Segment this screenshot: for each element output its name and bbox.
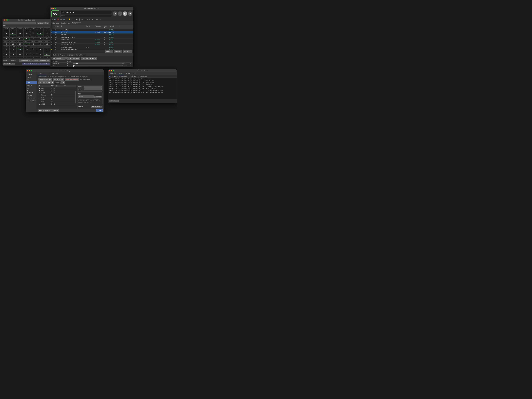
ld-cell[interactable]: 11 (44, 56, 51, 58)
ld-cell[interactable]: 60 (44, 59, 51, 59)
ld-cell[interactable]: (mixed) (3, 27, 10, 30)
new-cart-button[interactable]: New Cart (114, 50, 122, 53)
table-row[interactable]: 💡 30 "stand and unfold yourself" 00:12.0… (50, 48, 133, 50)
ld-cell[interactable]: side SLR... (17, 40, 23, 43)
ld-cell[interactable]: side SRR... (17, 46, 23, 48)
done-button[interactable]: Done (96, 109, 103, 112)
ld-cell[interactable]: 15 (17, 43, 23, 45)
cue-icon[interactable]: ⏭ (72, 18, 74, 21)
play-button[interactable]: ▶ (123, 12, 127, 16)
net-icon[interactable]: ⊗ (91, 18, 93, 21)
level-slider[interactable] (73, 65, 122, 66)
ld-cell[interactable]: (mixed) (23, 27, 30, 30)
ld-cell[interactable]: all.Green (23, 30, 30, 32)
ld-cell[interactable]: f warm (3, 35, 10, 37)
ld-cell[interactable]: side SR.A... (23, 46, 30, 48)
rewind-button[interactable]: ⏮ (113, 12, 117, 16)
ld-cell[interactable]: bx.Green (10, 51, 16, 53)
add-command-button[interactable]: Add Command... ▾ (51, 57, 66, 60)
ld-cell[interactable]: all.White (44, 30, 51, 32)
sidebar-item-general[interactable]: General (26, 73, 37, 76)
ld-cell[interactable]: side SLA... (37, 40, 44, 43)
ld-cell[interactable]: 18 (17, 53, 23, 56)
ld-cell[interactable]: 18 (44, 48, 51, 51)
copy-icon[interactable]: ⎘ (51, 18, 53, 21)
sidebar-item-midi[interactable]: MIDI (26, 87, 37, 89)
cavier-list-button[interactable]: Cavier List (123, 50, 132, 53)
instrument-row[interactable]: Red 66 (38, 96, 76, 99)
ld-cell[interactable]: 1 (23, 51, 30, 53)
video-icon[interactable]: 📹 (63, 18, 65, 21)
maximize-button[interactable] (113, 70, 114, 71)
ld-cell[interactable]: 35 (3, 43, 10, 45)
go-button[interactable]: GO (51, 10, 59, 17)
tab-logs[interactable]: Logs (117, 72, 124, 75)
sidebar-item-light[interactable]: Light (26, 81, 37, 84)
ld-cell[interactable]: sides.Blue (37, 35, 44, 37)
reset-button[interactable]: Reset Visible Settings to Defaults (38, 109, 59, 112)
level-row[interactable]: sides.Blue 79 Expand ✕ (51, 67, 132, 67)
prune-commands-button[interactable]: Prune Commands (66, 57, 80, 60)
ld-cell[interactable]: 5 (3, 56, 10, 58)
ld-cell[interactable]: 60 (30, 59, 37, 59)
ld-cell[interactable]: 10 (37, 56, 44, 58)
instrument-row[interactable]: ▼ bx DSR 65 - 68 (38, 92, 76, 94)
ld-cell[interactable]: 2 (30, 51, 37, 53)
ld-cell[interactable]: 3 (37, 27, 44, 30)
midi-bus-select[interactable]: IAC Driver IAC Bus 1 (38, 81, 54, 84)
tab-warnings[interactable]: Warnings (108, 72, 117, 75)
tab-triggers[interactable]: Triggers (59, 54, 67, 56)
ld-cell[interactable]: 18 (37, 48, 44, 51)
ld-cell[interactable]: 4 (10, 48, 16, 51)
sidebar-item-midi-controls[interactable]: MIDI Controls (26, 97, 37, 99)
table-row[interactable]: 🔊 10-1 base scene 00:00.00 00:05.00 00:0… (50, 31, 133, 34)
loop-icon[interactable]: ↺ (84, 18, 86, 21)
new-group-button[interactable]: New Group ⌘G (53, 78, 64, 81)
ld-cell[interactable]: 18 (3, 53, 10, 56)
sidebar-item-audio[interactable]: Audio (26, 76, 37, 78)
ld-cell[interactable]: 79 (23, 38, 30, 40)
minimize-button[interactable] (111, 70, 112, 71)
tab-basics[interactable]: Basics (51, 54, 59, 56)
ld-cell[interactable]: 18 (3, 32, 10, 35)
ld-cell[interactable]: all.Intensi... (10, 30, 16, 32)
new-cue-all-button[interactable]: New Cue with All (38, 63, 50, 65)
name-input[interactable] (84, 86, 102, 88)
tab-definitions[interactable]: DEFINITIONS (47, 72, 61, 75)
tab-artnet[interactable]: Art-Net (124, 72, 132, 75)
cue-triggers-filter[interactable]: Cue triggers (109, 76, 118, 77)
ld-cell[interactable]: 15 (17, 38, 23, 40)
instrument-row[interactable]: Blue 68 (38, 101, 76, 103)
main-cue-list-link[interactable]: Main Cue List (72, 21, 81, 23)
ld-cell[interactable]: side SL.I... (10, 40, 16, 43)
ld-cell[interactable]: 7 (17, 56, 23, 58)
instrument-row[interactable]: Intensity 65 (38, 94, 76, 96)
ld-cell[interactable]: side SR.I... (3, 46, 10, 48)
ld-cell[interactable]: 20 (37, 43, 44, 45)
ld-cell[interactable]: 3 (44, 32, 51, 35)
ld-cell[interactable]: f cool (10, 35, 16, 37)
ld-cell[interactable]: 79 (23, 43, 30, 45)
ld-cell[interactable]: 60 (37, 59, 44, 59)
ld-cell[interactable]: bx.Red (3, 51, 10, 53)
tab-levels[interactable]: Levels (67, 54, 75, 56)
update-originating-button[interactable]: Update 0 Originating Cues (33, 59, 50, 62)
sidebar-item-keymap[interactable]: Key Map (26, 94, 37, 97)
grid-icon[interactable]: ⊞ (60, 18, 62, 21)
ld-cell[interactable]: sides.Gre... (30, 35, 37, 37)
ld-cell[interactable]: 3 (30, 43, 37, 45)
minimize-button[interactable] (53, 8, 54, 9)
ld-cell[interactable]: 18 (30, 53, 37, 56)
target-icon[interactable]: ⊕ (86, 18, 88, 21)
ld-cell[interactable]: 3 (30, 38, 37, 40)
new-list-button[interactable]: New List (105, 50, 113, 53)
ld-cell[interactable]: side SL.B... (30, 40, 37, 43)
presets-link[interactable]: Presets (72, 23, 81, 24)
table-row[interactable]: 🎬 10-5 clouds background loop 00:00.00 ⊙… (50, 41, 133, 44)
ld-cell[interactable]: sides.Wh... (3, 40, 10, 43)
osc-icon[interactable]: ⊡ (96, 18, 98, 21)
safe-sort-button[interactable]: Safe Sort Commands (81, 57, 97, 60)
instrument-row[interactable]: ▶ bx DSL 61 - 64 (38, 89, 76, 92)
audio-icon[interactable]: 🔊 (54, 18, 56, 21)
revert-changes-button[interactable]: Revert Changes (3, 63, 15, 65)
